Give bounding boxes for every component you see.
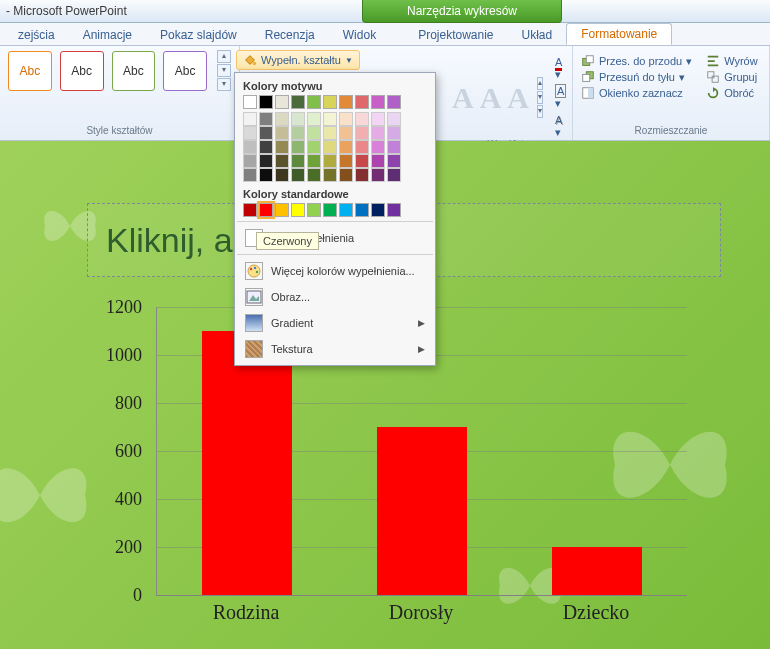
send-backward-button[interactable]: Przesuń do tyłu ▾	[581, 70, 692, 84]
color-swatch[interactable]	[339, 126, 353, 140]
wordart-style-item[interactable]: A	[480, 77, 502, 119]
color-swatch[interactable]	[371, 112, 385, 126]
color-swatch[interactable]	[371, 154, 385, 168]
tab-review[interactable]: Recenzja	[251, 25, 329, 45]
tab-transitions[interactable]: zejścia	[4, 25, 69, 45]
group-button[interactable]: Grupuj	[706, 70, 758, 84]
color-swatch[interactable]	[291, 168, 305, 182]
color-swatch[interactable]	[355, 126, 369, 140]
color-swatch[interactable]	[275, 112, 289, 126]
color-swatch[interactable]	[243, 126, 257, 140]
color-swatch[interactable]	[291, 126, 305, 140]
chart-bar[interactable]	[377, 427, 467, 595]
color-swatch[interactable]	[291, 95, 305, 109]
texture-fill-item[interactable]: Tekstura ▶	[235, 336, 435, 362]
shape-style-item[interactable]: Abc	[163, 51, 207, 91]
color-swatch[interactable]	[371, 95, 385, 109]
color-swatch[interactable]	[355, 154, 369, 168]
color-swatch[interactable]	[371, 140, 385, 154]
color-swatch[interactable]	[291, 154, 305, 168]
color-swatch[interactable]	[307, 168, 321, 182]
color-swatch[interactable]	[243, 203, 257, 217]
color-swatch[interactable]	[259, 140, 273, 154]
text-outline-button[interactable]: A ▾	[555, 85, 566, 110]
color-swatch[interactable]	[243, 112, 257, 126]
color-swatch[interactable]	[275, 203, 289, 217]
color-swatch[interactable]	[323, 126, 337, 140]
color-swatch[interactable]	[275, 126, 289, 140]
color-swatch[interactable]	[387, 154, 401, 168]
color-swatch[interactable]	[323, 95, 337, 109]
color-swatch[interactable]	[323, 154, 337, 168]
color-swatch[interactable]	[355, 95, 369, 109]
color-swatch[interactable]	[387, 95, 401, 109]
chart-bar[interactable]	[552, 547, 642, 595]
color-swatch[interactable]	[387, 126, 401, 140]
align-button[interactable]: Wyrów	[706, 54, 758, 68]
color-swatch[interactable]	[387, 140, 401, 154]
color-swatch[interactable]	[243, 140, 257, 154]
color-swatch[interactable]	[259, 112, 273, 126]
color-swatch[interactable]	[291, 203, 305, 217]
color-swatch[interactable]	[307, 95, 321, 109]
color-swatch[interactable]	[339, 154, 353, 168]
color-swatch[interactable]	[243, 154, 257, 168]
color-swatch[interactable]	[275, 140, 289, 154]
rotate-button[interactable]: Obróć	[706, 86, 758, 100]
selection-pane-button[interactable]: Okienko zaznacz	[581, 86, 692, 100]
color-swatch[interactable]	[275, 154, 289, 168]
shape-fill-button[interactable]: Wypełn. kształtu ▼	[236, 50, 360, 70]
color-swatch[interactable]	[307, 140, 321, 154]
color-swatch[interactable]	[387, 112, 401, 126]
color-swatch[interactable]	[323, 168, 337, 182]
shape-style-item[interactable]: Abc	[8, 51, 52, 91]
shape-fill-menu[interactable]: Kolory motywu Kolory standardowe Brak wy…	[234, 72, 436, 366]
color-swatch[interactable]	[355, 140, 369, 154]
wordart-style-item[interactable]: A	[507, 77, 529, 119]
color-swatch[interactable]	[339, 140, 353, 154]
gradient-fill-item[interactable]: Gradient ▶	[235, 310, 435, 336]
color-swatch[interactable]	[291, 140, 305, 154]
color-swatch[interactable]	[355, 203, 369, 217]
color-swatch[interactable]	[323, 203, 337, 217]
color-swatch[interactable]	[259, 168, 273, 182]
color-swatch[interactable]	[339, 203, 353, 217]
color-swatch[interactable]	[371, 168, 385, 182]
color-swatch[interactable]	[275, 95, 289, 109]
color-swatch[interactable]	[371, 203, 385, 217]
gallery-spinner[interactable]: ▴▾▾	[537, 77, 543, 118]
color-swatch[interactable]	[243, 168, 257, 182]
picture-fill-item[interactable]: Obraz...	[235, 284, 435, 310]
color-swatch[interactable]	[323, 140, 337, 154]
shape-style-item[interactable]: Abc	[112, 51, 156, 91]
wordart-style-item[interactable]: A	[452, 77, 474, 119]
color-swatch[interactable]	[371, 126, 385, 140]
color-swatch[interactable]	[387, 168, 401, 182]
color-swatch[interactable]	[259, 126, 273, 140]
color-swatch[interactable]	[307, 154, 321, 168]
tab-view[interactable]: Widok	[329, 25, 390, 45]
color-swatch[interactable]	[307, 112, 321, 126]
color-swatch[interactable]	[307, 126, 321, 140]
color-swatch[interactable]	[339, 168, 353, 182]
tab-design[interactable]: Projektowanie	[404, 25, 507, 45]
tab-animations[interactable]: Animacje	[69, 25, 146, 45]
color-swatch[interactable]	[259, 203, 273, 217]
more-colors-item[interactable]: Więcej kolorów wypełnienia...	[235, 258, 435, 284]
color-swatch[interactable]	[259, 95, 273, 109]
shape-style-gallery[interactable]: Abc Abc Abc Abc ▴▾▾	[8, 50, 231, 91]
color-swatch[interactable]	[307, 203, 321, 217]
color-swatch[interactable]	[339, 112, 353, 126]
color-swatch[interactable]	[243, 95, 257, 109]
tab-slideshow[interactable]: Pokaz slajdów	[146, 25, 251, 45]
color-swatch[interactable]	[275, 168, 289, 182]
tab-format[interactable]: Formatowanie	[566, 23, 672, 45]
color-swatch[interactable]	[291, 112, 305, 126]
gallery-spinner[interactable]: ▴▾▾	[217, 50, 231, 91]
chart-bar[interactable]	[202, 331, 292, 595]
text-fill-button[interactable]: A ▾	[555, 56, 566, 81]
tab-layout[interactable]: Układ	[508, 25, 567, 45]
color-swatch[interactable]	[355, 168, 369, 182]
bring-forward-button[interactable]: Przes. do przodu ▾	[581, 54, 692, 68]
color-swatch[interactable]	[387, 203, 401, 217]
